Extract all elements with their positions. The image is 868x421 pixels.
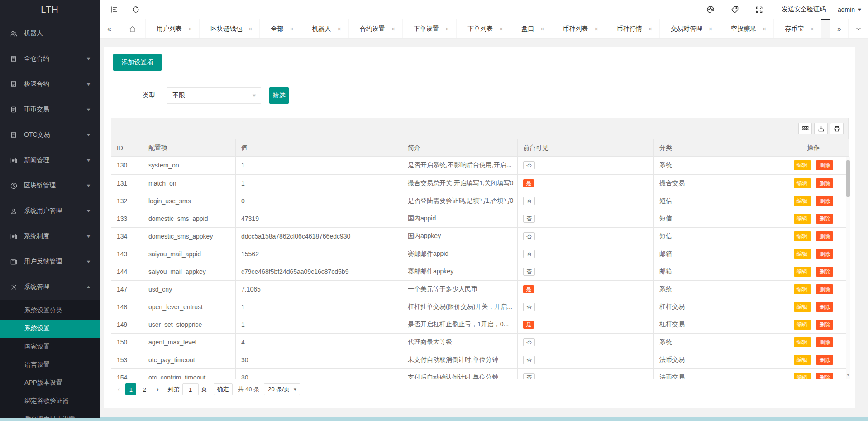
send-security-code-button[interactable]: 发送安全验证码 xyxy=(782,5,826,14)
tab[interactable]: 下单设置 × xyxy=(403,19,457,38)
page-number[interactable]: 1 xyxy=(125,383,136,395)
goto-confirm-button[interactable]: 确定 xyxy=(214,383,233,395)
edit-button[interactable]: 编辑 xyxy=(794,231,811,241)
edit-button[interactable]: 编辑 xyxy=(794,373,811,380)
sidebar-item[interactable]: 币币交易 ▼ xyxy=(0,97,100,122)
palette-icon[interactable] xyxy=(701,0,720,19)
tag-icon[interactable] xyxy=(726,0,744,19)
sidebar-subitem[interactable]: 系统设置 xyxy=(0,320,100,338)
close-icon[interactable]: × xyxy=(391,25,395,33)
tab[interactable]: 空投糖果 × xyxy=(720,19,774,38)
delete-button[interactable]: 删除 xyxy=(816,320,833,330)
tabs-dropdown-button[interactable] xyxy=(848,19,868,38)
tabs-scroll-right-button[interactable]: » xyxy=(830,19,848,38)
sidebar-subitem[interactable]: 后台路由日志设置 xyxy=(0,410,100,418)
sidebar-item[interactable]: 区块链管理 ▼ xyxy=(0,173,100,198)
sidebar-item[interactable]: 用户反馈管理 ▼ xyxy=(0,249,100,274)
close-icon[interactable]: × xyxy=(499,25,503,33)
close-icon[interactable]: × xyxy=(709,25,712,33)
tab[interactable]: 下单列表 × xyxy=(457,19,510,38)
sidebar-item[interactable]: 系统用户管理 ▼ xyxy=(0,198,100,224)
edit-button[interactable]: 编辑 xyxy=(794,284,811,294)
delete-button[interactable]: 删除 xyxy=(816,196,833,206)
tab[interactable]: 机器人 × xyxy=(301,19,349,38)
sidebar-subitem[interactable]: 系统设置分类 xyxy=(0,301,100,320)
tabs-scroll-left-button[interactable]: « xyxy=(100,19,119,38)
delete-button[interactable]: 删除 xyxy=(816,355,833,365)
type-select[interactable]: 不限 ▼ xyxy=(167,87,261,104)
page-number[interactable]: 2 xyxy=(139,383,150,395)
tab[interactable]: 币种列表 × xyxy=(552,19,606,38)
close-icon[interactable]: × xyxy=(248,25,252,33)
sidebar-subitem[interactable]: 绑定谷歌验证器 xyxy=(0,392,100,410)
edit-button[interactable]: 编辑 xyxy=(794,355,811,365)
home-tab[interactable] xyxy=(119,19,146,38)
delete-button[interactable]: 删除 xyxy=(816,302,833,312)
fullscreen-icon[interactable] xyxy=(750,0,768,19)
close-icon[interactable]: × xyxy=(649,25,652,33)
cell-category: 杠杆交易 xyxy=(654,298,778,316)
delete-button[interactable]: 删除 xyxy=(816,214,833,224)
close-icon[interactable]: × xyxy=(810,25,814,33)
edit-button[interactable]: 编辑 xyxy=(794,320,811,330)
sidebar-subitem[interactable]: APP版本设置 xyxy=(0,374,100,392)
edit-button[interactable]: 编辑 xyxy=(794,178,811,188)
edit-button[interactable]: 编辑 xyxy=(794,160,811,170)
close-icon[interactable]: × xyxy=(595,25,598,33)
sidebar-subitem[interactable]: 语言设置 xyxy=(0,356,100,374)
close-icon[interactable]: × xyxy=(338,25,341,33)
delete-button[interactable]: 删除 xyxy=(816,267,833,277)
delete-button[interactable]: 删除 xyxy=(816,337,833,347)
sidebar-item[interactable]: 机器人 xyxy=(0,21,100,46)
delete-button[interactable]: 删除 xyxy=(816,249,833,259)
delete-button[interactable]: 删除 xyxy=(816,284,833,294)
sidebar-item[interactable]: OTC交易 ▼ xyxy=(0,122,100,148)
tab[interactable]: 全部 × xyxy=(260,19,301,38)
goto-page-input[interactable] xyxy=(182,383,199,395)
delete-button[interactable]: 删除 xyxy=(816,178,833,188)
sidebar-item[interactable]: 极速合约 ▼ xyxy=(0,72,100,97)
sidebar-subitem[interactable]: 国家设置 xyxy=(0,338,100,356)
close-icon[interactable]: × xyxy=(188,25,192,33)
tab[interactable]: 系统设置 × xyxy=(821,19,830,38)
edit-button[interactable]: 编辑 xyxy=(794,249,811,259)
print-button[interactable] xyxy=(830,123,844,134)
delete-button[interactable]: 删除 xyxy=(816,373,833,380)
tab[interactable]: 用户列表 × xyxy=(146,19,200,38)
columns-filter-button[interactable] xyxy=(798,123,812,134)
close-icon[interactable]: × xyxy=(763,25,766,33)
tab[interactable]: 交易对管理 × xyxy=(660,19,720,38)
collapse-sidebar-icon[interactable] xyxy=(105,0,123,19)
tab[interactable]: 区块链钱包 × xyxy=(200,19,260,38)
add-setting-button[interactable]: 添加设置项 xyxy=(113,54,162,71)
page-prev-button[interactable]: ‹ xyxy=(118,385,120,393)
sidebar-item[interactable]: 全仓合约 ▼ xyxy=(0,46,100,72)
edit-button[interactable]: 编辑 xyxy=(794,196,811,206)
table-scrollbar[interactable]: ▼ xyxy=(846,157,850,379)
settings-table-block: ID配置项值简介前台可见分类操作 130 system_on 1 是否开启系统,… xyxy=(111,118,849,399)
page-next-button[interactable]: › xyxy=(156,385,158,393)
page-size-select[interactable]: 20 条/页 ▼ xyxy=(264,383,300,395)
close-icon[interactable]: × xyxy=(445,25,449,33)
refresh-icon[interactable] xyxy=(127,0,145,19)
user-menu[interactable]: admin ▼ xyxy=(838,6,862,13)
edit-button[interactable]: 编辑 xyxy=(794,214,811,224)
edit-button[interactable]: 编辑 xyxy=(794,337,811,347)
tab[interactable]: 存币宝 × xyxy=(774,19,821,38)
filter-submit-button[interactable]: 筛选 xyxy=(269,87,289,104)
close-icon[interactable]: × xyxy=(540,25,544,33)
tab[interactable]: 合约设置 × xyxy=(349,19,403,38)
edit-button[interactable]: 编辑 xyxy=(794,267,811,277)
export-button[interactable] xyxy=(814,123,828,134)
scrollbar-down-arrow[interactable]: ▼ xyxy=(846,373,850,377)
tab[interactable]: 币种行情 × xyxy=(606,19,660,38)
sidebar-item[interactable]: 系统管理 ▲ xyxy=(0,274,100,300)
close-icon[interactable]: × xyxy=(290,25,293,33)
tab[interactable]: 盘口 × xyxy=(510,19,552,38)
scrollbar-thumb[interactable] xyxy=(846,160,850,197)
delete-button[interactable]: 删除 xyxy=(816,160,833,170)
sidebar-item[interactable]: 系统制度 ▼ xyxy=(0,224,100,249)
edit-button[interactable]: 编辑 xyxy=(794,302,811,312)
sidebar-item[interactable]: 新闻管理 ▼ xyxy=(0,148,100,173)
delete-button[interactable]: 删除 xyxy=(816,231,833,241)
